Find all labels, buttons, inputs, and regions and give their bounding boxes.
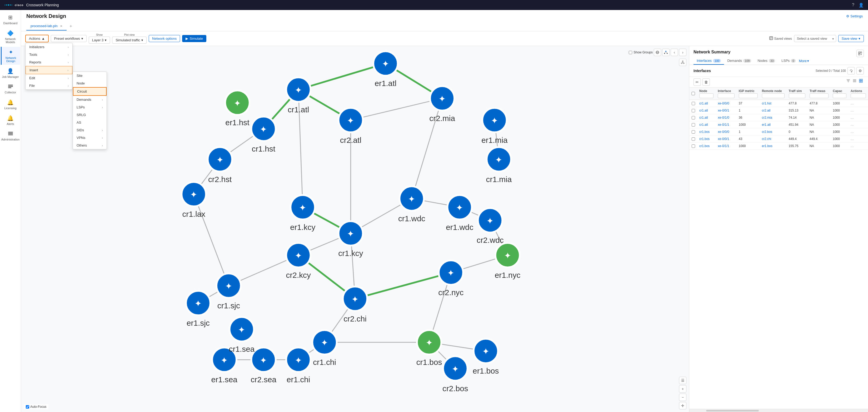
submenu-item-circuit[interactable]: Circuit	[73, 87, 106, 96]
menu-item-edit[interactable]: Edit ›	[26, 74, 72, 82]
menu-item-tools[interactable]: Tools ›	[26, 51, 72, 58]
compact-view-icon[interactable]	[858, 78, 864, 86]
node-filter-input[interactable]	[699, 93, 714, 98]
svg-text:✦: ✦	[408, 194, 415, 204]
layer3-button[interactable]: Layer 3 ▾	[89, 37, 110, 44]
zoom-out-btn[interactable]: −	[679, 393, 686, 401]
row-checkbox[interactable]	[692, 116, 695, 120]
row-traff-sim: 74.14	[787, 114, 807, 121]
row-checkbox[interactable]	[692, 137, 695, 141]
map-area[interactable]: Show Groups ‹ ›	[21, 46, 689, 412]
sidebar-item-job-manager[interactable]: 👤 Job Manager	[1, 66, 20, 81]
row-igp-metric: 1	[737, 107, 760, 114]
submenu-item-sids[interactable]: SIDs ›	[73, 126, 106, 134]
row-interface: xe-0/0/1	[716, 135, 737, 142]
interface-filter-input[interactable]	[718, 93, 735, 98]
network-options-button[interactable]: Network options	[149, 35, 180, 42]
row-actions-btn[interactable]: ...	[850, 130, 854, 134]
submenu-item-lsps[interactable]: LSPs ›	[73, 103, 106, 111]
row-actions-btn[interactable]: ...	[850, 101, 854, 105]
submenu-item-demands[interactable]: Demands ›	[73, 96, 106, 103]
sidebar-item-network-design[interactable]: ✦ Network Design	[1, 47, 20, 65]
next-btn[interactable]: ›	[679, 49, 686, 56]
capac-filter-input[interactable]	[833, 93, 846, 98]
submenu-item-site[interactable]: Site	[73, 72, 106, 80]
actions-filter-input[interactable]	[850, 93, 866, 98]
filter-icon[interactable]	[845, 78, 851, 86]
tab-interfaces[interactable]: Interfaces 100	[693, 57, 724, 65]
auto-focus-label[interactable]: Auto-Focus	[24, 404, 49, 409]
submenu-item-node[interactable]: Node	[73, 80, 106, 87]
svg-text:✦: ✦	[447, 268, 455, 278]
row-actions-btn[interactable]: ...	[850, 144, 854, 148]
menu-item-initializers[interactable]: Initializers ›	[26, 43, 72, 51]
menu-item-file[interactable]: File ›	[26, 82, 72, 90]
submenu-item-srlg[interactable]: SRLG	[73, 111, 106, 119]
edit-btn[interactable]: ✏	[693, 78, 701, 86]
tab-close-btn[interactable]: ✕	[60, 25, 62, 28]
actions-button[interactable]: Actions ▲	[25, 35, 49, 42]
row-actions-btn[interactable]: ...	[850, 109, 854, 112]
svg-rect-5	[8, 85, 13, 86]
auto-focus-checkbox[interactable]	[26, 405, 29, 409]
traff-sim-filter-input[interactable]	[789, 93, 805, 98]
list-view-icon[interactable]	[852, 78, 858, 86]
remote-node-filter-input[interactable]	[762, 93, 784, 98]
settings-table-btn[interactable]: ⚙	[857, 67, 864, 74]
traff-meas-filter-input[interactable]	[810, 93, 829, 98]
user-icon[interactable]: 👤	[859, 3, 864, 8]
sidebar-item-administration[interactable]: Administration	[1, 129, 20, 143]
simulated-traffic-button[interactable]: Simulated traffic ▾	[112, 37, 147, 44]
submenu-item-as[interactable]: AS	[73, 119, 106, 126]
sidebar-item-alerts[interactable]: 🔔 Alerts	[1, 113, 20, 128]
saved-view-select[interactable]: Select a saved view	[794, 35, 836, 42]
submenu-item-vpns[interactable]: VPNs ›	[73, 134, 106, 141]
zoom-in-btn[interactable]: +	[679, 385, 686, 392]
menu-item-insert[interactable]: Insert ›	[26, 66, 72, 74]
igp-filter-input[interactable]	[739, 93, 758, 98]
list-icon-btn[interactable]: ☰	[679, 377, 686, 384]
prev-btn[interactable]: ‹	[671, 49, 678, 56]
tab-processed-lab[interactable]: processed-lab.pln ✕	[26, 22, 67, 31]
row-actions-btn[interactable]: ...	[850, 123, 854, 127]
sidebar-item-collector[interactable]: Collector	[1, 82, 20, 96]
panel-expand-btn[interactable]	[857, 50, 864, 57]
delete-btn[interactable]: 🗑	[703, 78, 710, 86]
select-all-checkbox[interactable]	[691, 92, 695, 95]
topology-icon-btn[interactable]	[662, 49, 670, 56]
row-node: cr1.atl	[697, 114, 716, 121]
row-checkbox[interactable]	[692, 123, 695, 127]
row-checkbox[interactable]	[692, 102, 695, 105]
svg-rect-24	[681, 63, 682, 64]
tab-demands[interactable]: Demands 109	[724, 57, 754, 65]
sidebar-item-licensing[interactable]: 🔔 Licensing	[1, 97, 20, 112]
row-checkbox[interactable]	[692, 109, 695, 112]
tab-nodes[interactable]: Nodes 33	[754, 57, 778, 65]
simulate-button[interactable]: ▶ Simulate	[182, 35, 206, 42]
map-hierarchy-btn[interactable]	[679, 59, 686, 66]
svg-text:er1.chi: er1.chi	[287, 375, 310, 384]
more-tabs-btn[interactable]: More ▾	[799, 59, 809, 63]
save-view-button[interactable]: Save view ▾	[838, 35, 864, 42]
svg-text:cr1.mia: cr1.mia	[486, 175, 512, 184]
show-groups-checkbox[interactable]	[629, 51, 632, 54]
tab-add-btn[interactable]: ＋	[67, 21, 75, 31]
globe-icon-btn[interactable]	[654, 49, 661, 56]
crosshair-icon-btn[interactable]: ✛	[679, 402, 686, 409]
submenu-item-others[interactable]: Others ›	[73, 141, 106, 149]
menu-item-reports[interactable]: Reports ›	[26, 58, 72, 66]
row-actions-btn[interactable]: ...	[850, 137, 854, 141]
job-manager-icon: 👤	[7, 68, 14, 74]
preset-workflows-button[interactable]: Preset workflows ▾	[51, 35, 87, 42]
horizontal-scrollbar[interactable]	[689, 409, 868, 412]
help-icon[interactable]: ?	[852, 3, 854, 7]
tab-lsps[interactable]: LSPs 0	[778, 57, 799, 65]
refresh-btn[interactable]	[847, 67, 855, 74]
row-checkbox[interactable]	[692, 145, 695, 148]
row-checkbox[interactable]	[692, 130, 695, 134]
sidebar-item-network-models[interactable]: 🔷 Network Models	[1, 28, 20, 46]
show-groups-checkbox-label[interactable]: Show Groups	[629, 51, 653, 54]
settings-link[interactable]: ⚙ Settings	[846, 14, 863, 18]
sidebar-item-dashboard[interactable]: ⊞ Dashboard	[1, 12, 20, 27]
row-actions-btn[interactable]: ...	[850, 116, 854, 120]
